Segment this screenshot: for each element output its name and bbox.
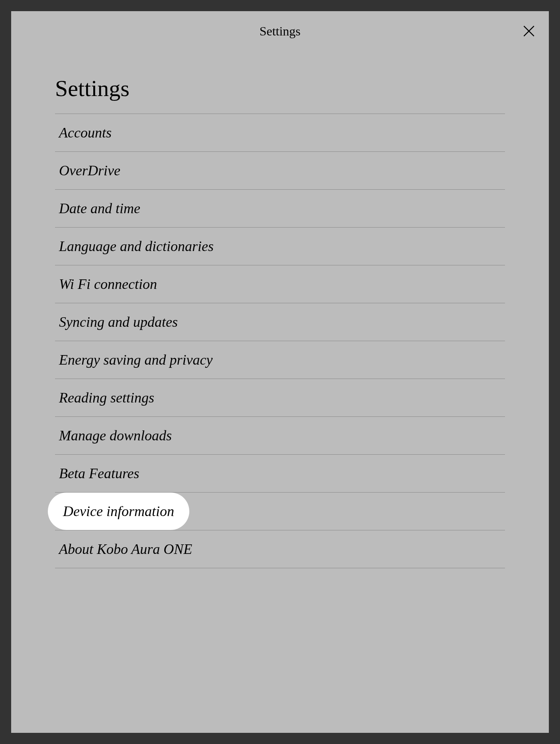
settings-item-label: Reading settings: [55, 379, 158, 416]
settings-item-label: Energy saving and privacy: [55, 341, 217, 379]
settings-item-label: Date and time: [55, 190, 144, 227]
settings-item-energy-saving-and-privacy[interactable]: Energy saving and privacy: [55, 341, 505, 379]
settings-item-reading-settings[interactable]: Reading settings: [55, 379, 505, 416]
settings-item-label: Wi Fi connection: [55, 265, 161, 303]
settings-item-label: Beta Features: [55, 455, 143, 492]
settings-item-wi-fi-connection[interactable]: Wi Fi connection: [55, 265, 505, 303]
close-icon: [521, 24, 536, 39]
settings-item-beta-features[interactable]: Beta Features: [55, 454, 505, 492]
settings-item-about-kobo-aura-one[interactable]: About Kobo Aura ONE: [55, 530, 505, 568]
header-title: Settings: [259, 24, 301, 39]
page-title: Settings: [55, 75, 505, 114]
settings-item-syncing-and-updates[interactable]: Syncing and updates: [55, 303, 505, 341]
settings-item-language-and-dictionaries[interactable]: Language and dictionaries: [55, 227, 505, 265]
settings-item-device-information[interactable]: Device information: [55, 492, 505, 530]
settings-item-date-and-time[interactable]: Date and time: [55, 189, 505, 227]
settings-item-accounts[interactable]: Accounts: [55, 114, 505, 151]
settings-item-label: Device information: [48, 493, 189, 530]
settings-item-label: OverDrive: [55, 152, 124, 189]
settings-item-label: Language and dictionaries: [55, 228, 218, 265]
settings-item-manage-downloads[interactable]: Manage downloads: [55, 416, 505, 454]
header-bar: Settings: [11, 11, 549, 51]
settings-list: AccountsOverDriveDate and timeLanguage a…: [55, 114, 505, 568]
settings-item-overdrive[interactable]: OverDrive: [55, 151, 505, 189]
content-area: Settings AccountsOverDriveDate and timeL…: [11, 51, 549, 568]
settings-item-label: Manage downloads: [55, 417, 176, 454]
settings-item-label: About Kobo Aura ONE: [55, 530, 196, 568]
close-button[interactable]: [521, 23, 537, 39]
settings-item-label: Syncing and updates: [55, 303, 182, 341]
settings-item-label: Accounts: [55, 114, 116, 151]
settings-window: Settings Settings AccountsOverDriveDate …: [11, 11, 549, 733]
